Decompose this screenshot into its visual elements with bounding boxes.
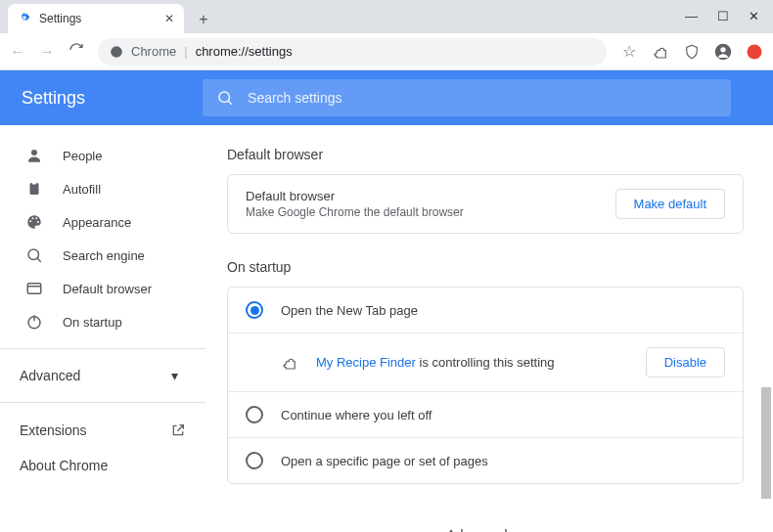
toolbar-actions: ☆ xyxy=(620,43,763,61)
address-bar[interactable]: Chrome | chrome://settings xyxy=(98,38,607,66)
divider xyxy=(0,402,205,403)
sidebar-item-default-browser[interactable]: Default browser xyxy=(0,272,205,305)
profile-icon[interactable] xyxy=(714,43,732,61)
radio-icon xyxy=(246,406,263,423)
svg-point-12 xyxy=(28,249,39,260)
search-placeholder: Search settings xyxy=(248,90,342,106)
svg-point-3 xyxy=(748,44,762,59)
omnibox-origin: Chrome xyxy=(131,44,176,59)
option-label: Continue where you left off xyxy=(281,408,725,422)
browser-title-bar: Settings ✕ + — ☐ ✕ xyxy=(0,0,773,33)
radio-icon xyxy=(246,452,263,469)
sidebar-item-label: Extensions xyxy=(20,422,86,438)
shield-icon[interactable] xyxy=(683,43,701,61)
svg-point-8 xyxy=(29,220,31,222)
search-icon xyxy=(216,89,234,107)
disable-button[interactable]: Disable xyxy=(646,347,725,377)
scrollbar-thumb[interactable] xyxy=(761,387,771,499)
sidebar-item-label: On startup xyxy=(63,315,122,330)
search-input[interactable]: Search settings xyxy=(203,79,731,116)
reload-button[interactable] xyxy=(68,42,84,62)
gear-icon xyxy=(18,11,31,27)
svg-rect-7 xyxy=(32,182,37,185)
sidebar-item-label: Appearance xyxy=(63,215,131,230)
minimize-icon[interactable]: — xyxy=(685,9,698,23)
sidebar-item-search-engine[interactable]: Search engine xyxy=(0,239,205,272)
option-label: Open a specific page or set of pages xyxy=(281,454,725,468)
main-content: Default browser Default browser Make Goo… xyxy=(205,125,773,532)
startup-option-new-tab[interactable]: Open the New Tab page xyxy=(228,288,743,332)
sidebar-item-autofill[interactable]: Autofill xyxy=(0,172,205,205)
back-button[interactable]: ← xyxy=(10,43,25,61)
advanced-expand[interactable]: Advanced ▾ xyxy=(227,510,744,532)
sidebar-item-on-startup[interactable]: On startup xyxy=(0,305,205,338)
radio-icon xyxy=(246,301,263,319)
section-heading-on-startup: On startup xyxy=(227,259,744,275)
sidebar-advanced[interactable]: Advanced ▾ xyxy=(0,359,205,392)
my-recipe-finder-icon xyxy=(281,354,298,372)
svg-rect-6 xyxy=(30,183,39,195)
extension-icon[interactable] xyxy=(652,43,669,61)
default-browser-row: Default browser Make Google Chrome the d… xyxy=(228,175,743,233)
svg-point-10 xyxy=(35,217,37,219)
chevron-down-icon: ▾ xyxy=(171,368,178,383)
sidebar-item-label: Search engine xyxy=(63,248,145,263)
person-icon xyxy=(25,147,43,164)
tab-title: Settings xyxy=(39,12,81,25)
info-icon xyxy=(110,45,123,59)
divider xyxy=(0,348,205,349)
close-window-icon[interactable]: ✕ xyxy=(749,9,759,23)
alert-icon[interactable] xyxy=(746,43,763,61)
svg-point-2 xyxy=(720,47,725,52)
controlling-text: is controlling this setting xyxy=(416,355,555,370)
close-tab-icon[interactable]: ✕ xyxy=(164,12,174,25)
svg-point-4 xyxy=(219,92,230,103)
sidebar-about-chrome[interactable]: About Chrome xyxy=(0,448,205,483)
new-tab-button[interactable]: + xyxy=(190,6,217,33)
sidebar-item-label: People xyxy=(63,149,102,163)
startup-option-specific-page[interactable]: Open a specific page or set of pages xyxy=(228,437,743,483)
window-controls: — ☐ ✕ xyxy=(685,9,773,33)
svg-point-5 xyxy=(31,150,37,155)
svg-rect-13 xyxy=(27,284,41,294)
make-default-button[interactable]: Make default xyxy=(615,189,725,219)
default-browser-card: Default browser Make Google Chrome the d… xyxy=(227,174,744,234)
browser-icon xyxy=(25,280,43,297)
sidebar-item-label: About Chrome xyxy=(20,458,108,473)
row-subtitle: Make Google Chrome the default browser xyxy=(246,205,598,219)
advanced-label: Advanced xyxy=(446,527,507,532)
sidebar-item-appearance[interactable]: Appearance xyxy=(0,205,205,239)
section-heading-default-browser: Default browser xyxy=(227,147,744,162)
sidebar-extensions[interactable]: Extensions xyxy=(0,413,205,448)
svg-point-11 xyxy=(37,221,39,223)
sidebar-item-label: Advanced xyxy=(20,368,80,383)
option-label: Open the New Tab page xyxy=(281,303,725,318)
page-title: Settings xyxy=(22,88,85,109)
external-link-icon xyxy=(170,422,186,438)
chevron-down-icon: ▾ xyxy=(518,527,524,532)
omnibox-url: chrome://settings xyxy=(196,44,293,59)
browser-tab[interactable]: Settings ✕ xyxy=(8,4,184,33)
maximize-icon[interactable]: ☐ xyxy=(717,9,729,23)
clipboard-icon xyxy=(25,180,43,198)
svg-point-0 xyxy=(111,46,122,58)
star-icon[interactable]: ☆ xyxy=(620,43,638,61)
row-title: Default browser xyxy=(246,189,598,203)
on-startup-card: Open the New Tab page My Recipe Finder i… xyxy=(227,287,744,484)
settings-header: Settings Search settings xyxy=(0,70,773,125)
power-icon xyxy=(25,313,43,331)
svg-point-9 xyxy=(32,217,34,219)
search-icon xyxy=(25,246,43,264)
sidebar-item-people[interactable]: People xyxy=(0,139,205,172)
sidebar-item-label: Default browser xyxy=(63,282,152,296)
forward-button[interactable]: → xyxy=(39,43,55,61)
startup-option-continue[interactable]: Continue where you left off xyxy=(228,391,743,437)
sidebar: People Autofill Appearance Search engine… xyxy=(0,125,205,532)
extension-controlling-row: My Recipe Finder is controlling this set… xyxy=(228,332,743,391)
extension-name-link[interactable]: My Recipe Finder xyxy=(316,355,416,370)
scrollbar[interactable] xyxy=(760,125,772,527)
browser-toolbar: ← → Chrome | chrome://settings ☆ xyxy=(0,33,773,70)
sidebar-item-label: Autofill xyxy=(63,182,101,197)
palette-icon xyxy=(25,213,43,231)
